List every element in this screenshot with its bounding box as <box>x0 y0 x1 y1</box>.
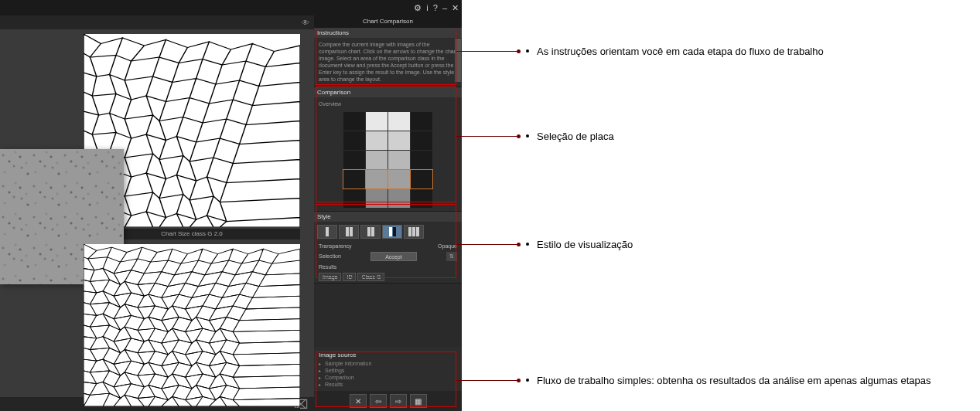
chart-cell[interactable] <box>388 189 410 208</box>
chart-cell[interactable] <box>388 131 410 150</box>
workflow-forward-button[interactable]: ⇨ <box>390 394 407 408</box>
leader-dot <box>517 134 521 138</box>
selection-label: Selection <box>319 253 341 259</box>
style-option-1[interactable] <box>317 225 337 239</box>
workflow-buttons: ✕ ⇦ ⇨ ▦ <box>314 391 462 411</box>
chart-cell[interactable] <box>343 112 365 131</box>
panel-filler <box>314 284 462 347</box>
style-option-4[interactable] <box>382 225 402 239</box>
app-window: ⚙ i ? – ✕ 👁 Chart Size class G 2.0 Chart… <box>0 0 462 411</box>
workflow-step-1[interactable]: Sample information <box>319 360 457 367</box>
chart-cell[interactable] <box>343 151 365 169</box>
chart-cell[interactable] <box>388 151 410 169</box>
annotation-4: Fluxo de trabalho simples: obtenha os re… <box>526 374 930 388</box>
workflow-section: Image source Sample information Settings… <box>314 347 462 391</box>
info-icon[interactable]: i <box>426 3 428 12</box>
leader-dot <box>517 379 521 382</box>
chart-image-bottom[interactable] <box>84 244 300 406</box>
svg-rect-1 <box>84 244 300 406</box>
gear-icon[interactable]: ⚙ <box>414 3 422 13</box>
titlebar: ⚙ i ? – ✕ <box>0 0 462 15</box>
chart-cell[interactable] <box>343 131 365 150</box>
style-row <box>314 222 462 242</box>
viewport-header: 👁 <box>0 15 314 29</box>
opaque-label: Opaque <box>438 243 457 249</box>
minimize-icon[interactable]: – <box>442 3 447 12</box>
side-panel: Chart Comparison Instructions Compare th… <box>314 15 462 411</box>
annotation-text: Seleção de placa <box>537 130 614 144</box>
transparency-label: Transparency <box>319 243 352 249</box>
eye-icon[interactable]: 👁 <box>302 19 309 27</box>
stepper[interactable]: ⇅ <box>446 252 457 261</box>
leader-line <box>456 136 518 137</box>
style-section: Style Transparency Opaque Selection Acce… <box>314 212 462 284</box>
instructions-text: Compare the current image with images of… <box>314 38 462 87</box>
workflow-step-2[interactable]: Settings <box>319 367 457 374</box>
comparison-subheader: Overview <box>314 97 462 109</box>
panel-title: Chart Comparison <box>314 15 462 28</box>
chart-cell[interactable] <box>411 112 432 131</box>
leader-line <box>456 380 518 381</box>
annotation-1: As instruções orientam você em cada etap… <box>526 45 824 59</box>
accept-button[interactable]: Accept <box>370 252 417 261</box>
chart-cell[interactable] <box>411 131 432 150</box>
chart-cell[interactable] <box>366 151 388 169</box>
chart-cell[interactable] <box>366 131 388 150</box>
annotation-3: Estilo de visualização <box>526 238 633 252</box>
result-col-class: Class G <box>357 273 384 281</box>
leader-dot <box>517 49 521 53</box>
chart-cell-selected[interactable] <box>343 170 365 189</box>
scrollbar[interactable] <box>455 39 461 82</box>
chart-cell-selected[interactable] <box>388 170 410 189</box>
results-row: Image ID Class G <box>314 271 462 283</box>
annotation-2: Seleção de placa <box>526 130 614 144</box>
chart-cell[interactable] <box>343 189 365 208</box>
workflow-close-button[interactable]: ✕ <box>350 394 367 408</box>
leader-line <box>456 244 518 245</box>
style-header: Style <box>314 212 462 222</box>
viewport[interactable]: Chart Size class G 2.0 Chart Size class … <box>0 29 314 397</box>
style-option-3[interactable] <box>360 225 381 239</box>
workflow-step-4[interactable]: Results <box>319 381 457 388</box>
workflow-header: Image source <box>319 350 457 360</box>
chart-cell[interactable] <box>411 189 432 208</box>
chart-grid <box>343 112 432 208</box>
workflow-back-button[interactable]: ⇦ <box>370 394 387 408</box>
instructions-header: Instructions <box>314 28 462 38</box>
style-option-2[interactable] <box>339 225 359 239</box>
result-col-id: ID <box>343 273 356 281</box>
chart-cell[interactable] <box>411 151 432 169</box>
leader-line <box>456 51 518 52</box>
help-icon[interactable]: ? <box>433 3 438 12</box>
chart-cell[interactable] <box>366 189 388 208</box>
leader-dot <box>517 243 521 246</box>
chart-cell[interactable] <box>388 112 410 131</box>
annotation-text: As instruções orientam você em cada etap… <box>537 45 824 59</box>
viewport-column: 👁 Chart Size class G 2.0 Chart Size clas… <box>0 15 314 411</box>
comparison-section: Comparison Overview <box>314 87 462 212</box>
chart-cell-selected[interactable] <box>366 170 388 189</box>
comparison-header: Comparison <box>314 87 462 97</box>
workflow-grid-button[interactable]: ▦ <box>410 394 427 408</box>
workflow-step-3[interactable]: Comparison <box>319 374 457 381</box>
result-col-image: Image <box>319 273 341 281</box>
chart-cell-selected[interactable] <box>411 170 432 189</box>
annotation-text: Fluxo de trabalho simples: obtenha os re… <box>537 374 930 388</box>
style-option-5[interactable] <box>404 225 424 239</box>
chart-bottom-label: Chart Size class G 3.0 <box>84 408 300 411</box>
chart-cell[interactable] <box>366 112 388 131</box>
results-label: Results <box>319 264 336 270</box>
annotation-text: Estilo de visualização <box>537 238 633 252</box>
instructions-section: Instructions Compare the current image w… <box>314 28 462 87</box>
close-icon[interactable]: ✕ <box>452 3 459 13</box>
